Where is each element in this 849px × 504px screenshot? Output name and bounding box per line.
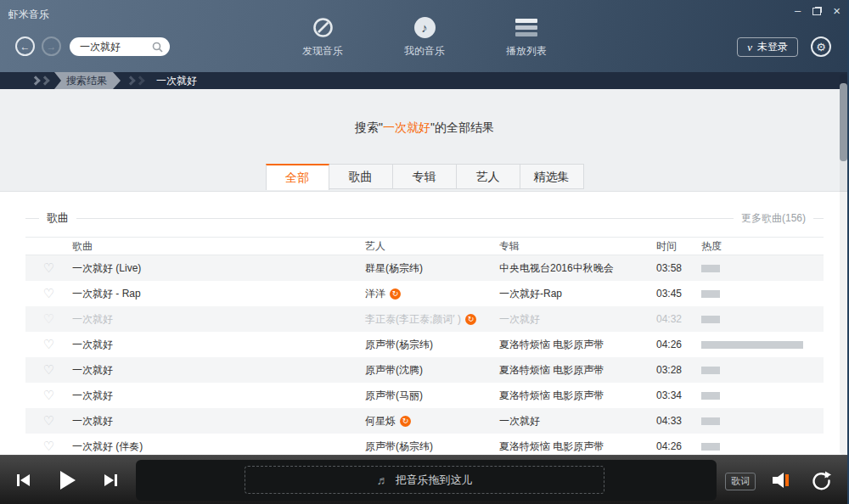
popularity-bar [701, 443, 720, 451]
music-note-icon: ♬ [377, 473, 389, 487]
song-duration: 03:34 [656, 389, 701, 401]
song-title[interactable]: 一次就好 - Rap [72, 287, 365, 301]
table-row[interactable]: ♡ 一次就好 原声带(沈腾) 夏洛特烦恼 电影原声带 03:28 [25, 357, 824, 383]
musician-badge-icon: ↻ [390, 288, 401, 300]
table-row[interactable]: ♡ 一次就好 李正泰(李正泰;颜词′ )↻ 一次就好 04:32 [25, 306, 824, 332]
album-name[interactable]: 一次就好 [499, 414, 656, 428]
scrollbar-thumb[interactable] [840, 83, 847, 161]
artist-name[interactable]: 原声带(马丽) [365, 389, 423, 403]
favorite-heart-icon[interactable]: ♡ [43, 337, 54, 351]
album-name[interactable]: 夏洛特烦恼 电影原声带 [499, 389, 656, 403]
tab-all[interactable]: 全部 [266, 164, 329, 190]
artist-name[interactable]: 李正泰(李正泰;颜词′ ) [365, 312, 461, 327]
more-songs-link[interactable]: 更多歌曲(156) [734, 211, 813, 226]
song-title[interactable]: 一次就好 (伴奏) [72, 440, 365, 454]
repeat-icon[interactable] [811, 470, 832, 495]
table-row[interactable]: ♡ 一次就好 何星烁↻ 一次就好 04:33 [25, 408, 824, 434]
popularity-bar [701, 290, 720, 298]
song-title[interactable]: 一次就好 (Live) [72, 261, 365, 276]
content-area: 搜索"一次就好"的全部结果 全部 歌曲 专辑 艺人 精选集 歌曲 更多歌曲(15… [0, 89, 849, 504]
vip-v-icon: ν [747, 41, 752, 54]
song-title[interactable]: 一次就好 [72, 312, 365, 327]
favorite-heart-icon[interactable]: ♡ [43, 388, 54, 402]
album-name[interactable]: 一次就好 [499, 312, 656, 327]
album-name[interactable]: 中央电视台2016中秋晚会 [499, 261, 656, 276]
artist-name[interactable]: 原声带(杨宗纬) [365, 440, 433, 454]
drop-music-zone[interactable]: ♬ 把音乐拖到这儿 [245, 466, 604, 494]
login-label: 未登录 [757, 40, 788, 54]
tab-bar: 全部 歌曲 专辑 艺人 精选集 [0, 164, 849, 189]
song-table: 歌曲 艺人 专辑 时间 热度 ♡ 一次就好 (Live) 群星(杨宗纬) 中央电… [25, 237, 824, 459]
tab-collections[interactable]: 精选集 [520, 164, 584, 189]
song-duration: 04:32 [656, 313, 701, 325]
table-row[interactable]: ♡ 一次就好 原声带(杨宗纬) 夏洛特烦恼 电影原声带 04:26 [25, 332, 824, 357]
song-title[interactable]: 一次就好 [72, 338, 365, 352]
song-title[interactable]: 一次就好 [72, 389, 365, 403]
column-header-album: 专辑 [499, 239, 656, 254]
breadcrumb-search-results[interactable]: 搜索结果 [54, 72, 121, 89]
chevron-right-icon [40, 76, 49, 85]
musician-badge-icon: ↻ [465, 314, 476, 325]
nav-label: 发现音乐 [302, 44, 343, 59]
drop-hint-label: 把音乐拖到这儿 [396, 473, 473, 488]
popularity-bar [701, 316, 720, 323]
album-name[interactable]: 夏洛特烦恼 电影原声带 [499, 440, 656, 454]
next-track-button[interactable] [104, 473, 117, 487]
transport-controls [0, 456, 134, 504]
header: 虾米音乐 – × ← → [0, 0, 849, 72]
login-button[interactable]: ν 未登录 [737, 37, 798, 57]
app-window: 虾米音乐 – × ← → [0, 0, 849, 504]
artist-name[interactable]: 原声带(杨宗纬) [365, 338, 433, 352]
settings-button[interactable]: ⚙ [811, 36, 831, 57]
breadcrumb-current: 一次就好 [156, 74, 197, 88]
section-title: 歌曲 [39, 210, 76, 226]
album-name[interactable]: 夏洛特烦恼 电影原声带 [499, 363, 656, 378]
artist-name[interactable]: 何星烁 [365, 414, 396, 428]
song-duration: 03:45 [656, 288, 701, 300]
table-row[interactable]: ♡ 一次就好 原声带(马丽) 夏洛特烦恼 电影原声带 03:34 [25, 383, 824, 408]
favorite-heart-icon[interactable]: ♡ [43, 362, 54, 377]
gear-icon: ⚙ [816, 41, 826, 53]
scrollbar-track[interactable] [840, 74, 847, 455]
column-header-hot: 热度 [701, 239, 824, 254]
popularity-bar [701, 392, 720, 400]
tab-albums[interactable]: 专辑 [393, 164, 457, 189]
play-button[interactable] [59, 470, 76, 490]
table-body: ♡ 一次就好 (Live) 群星(杨宗纬) 中央电视台2016中秋晚会 03:5… [25, 255, 824, 459]
album-name[interactable]: 夏洛特烦恼 电影原声带 [499, 338, 656, 352]
nav-item-my-music[interactable]: ♪ 我的音乐 [391, 14, 458, 59]
song-duration: 03:28 [656, 364, 701, 376]
favorite-heart-icon[interactable]: ♡ [43, 311, 54, 326]
popularity-bar [701, 367, 720, 374]
album-name[interactable]: 一次就好-Rap [499, 287, 656, 301]
previous-track-button[interactable] [17, 473, 30, 487]
artist-name[interactable]: 群星(杨宗纬) [365, 261, 423, 276]
popularity-bar [701, 265, 720, 272]
tab-songs[interactable]: 歌曲 [329, 164, 393, 189]
song-title[interactable]: 一次就好 [72, 363, 365, 378]
favorite-heart-icon[interactable]: ♡ [43, 260, 54, 275]
chevron-right-icon [127, 77, 146, 84]
favorite-heart-icon[interactable]: ♡ [43, 439, 54, 453]
music-note-icon: ♪ [414, 14, 436, 40]
lyrics-button[interactable]: 歌词 [725, 473, 756, 490]
favorite-heart-icon[interactable]: ♡ [43, 413, 54, 428]
nav-item-playlist[interactable]: 播放列表 [493, 14, 559, 59]
artist-name[interactable]: 洋洋 [365, 287, 385, 301]
results-header-panel: 搜索"一次就好"的全部结果 全部 歌曲 专辑 艺人 精选集 [0, 89, 849, 192]
section-header: 歌曲 更多歌曲(156) [25, 210, 824, 226]
breadcrumb: 搜索结果 一次就好 [0, 72, 849, 89]
main-nav: 发现音乐 ♪ 我的音乐 播放列表 [0, 14, 849, 59]
column-header-song: 歌曲 [72, 239, 365, 254]
table-row[interactable]: ♡ 一次就好 - Rap 洋洋↻ 一次就好-Rap 03:45 [25, 281, 824, 306]
favorite-heart-icon[interactable]: ♡ [43, 286, 54, 300]
table-row[interactable]: ♡ 一次就好 (Live) 群星(杨宗纬) 中央电视台2016中秋晚会 03:5… [25, 255, 824, 281]
song-title[interactable]: 一次就好 [72, 414, 365, 428]
column-header-time: 时间 [656, 239, 701, 254]
tab-artists[interactable]: 艺人 [457, 164, 520, 189]
nav-label: 播放列表 [506, 44, 547, 59]
volume-icon[interactable] [772, 471, 791, 493]
nav-item-discover[interactable]: 发现音乐 [290, 14, 356, 59]
artist-name[interactable]: 原声带(沈腾) [365, 363, 423, 378]
song-duration: 04:33 [656, 415, 701, 427]
